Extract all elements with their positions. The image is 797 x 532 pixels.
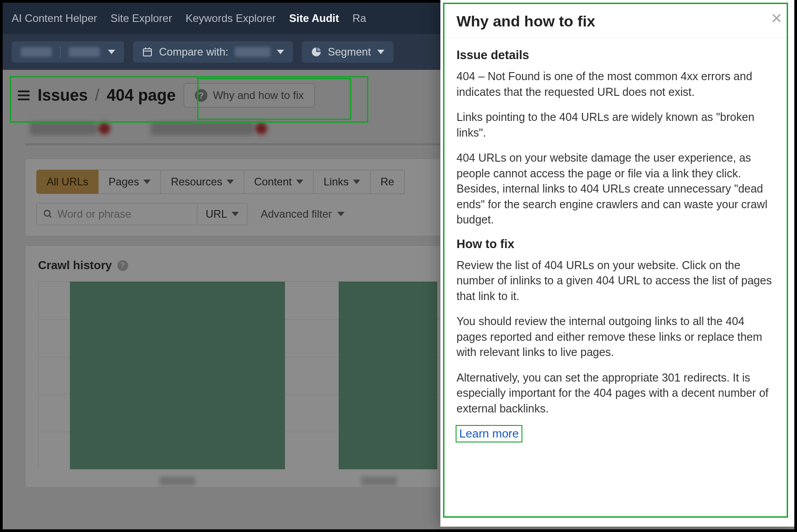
panel-paragraph: 404 – Not Found is one of the most commo…	[457, 69, 773, 99]
nav-site-explorer[interactable]: Site Explorer	[111, 12, 172, 25]
calendar-icon	[142, 47, 153, 57]
tab-item[interactable]	[30, 122, 97, 135]
filter-links[interactable]: Links	[314, 170, 370, 194]
chevron-down-icon	[232, 212, 239, 216]
chevron-down-icon	[337, 212, 345, 216]
breadcrumb-page: 404 page	[107, 86, 176, 104]
panel-title: Why and how to fix	[457, 13, 773, 30]
filter-all-urls[interactable]: All URLs	[36, 170, 99, 194]
svg-line-5	[49, 215, 52, 218]
nav-site-audit[interactable]: Site Audit	[289, 12, 339, 25]
chevron-down-icon	[227, 180, 234, 184]
panel-paragraph: Review the list of 404 URLs on your webs…	[457, 257, 773, 304]
breadcrumb-separator: /	[92, 86, 102, 104]
project-selector[interactable]	[12, 41, 124, 63]
crawl-history-title: Crawl history	[38, 258, 112, 272]
why-button-label: Why and how to fix	[213, 89, 304, 102]
svg-rect-0	[143, 49, 151, 56]
close-icon[interactable]: ✕	[771, 10, 783, 27]
panel-paragraph: Links pointing to the 404 URLs are widel…	[457, 109, 773, 140]
compare-with-label: Compare with:	[159, 46, 228, 58]
nav-truncated[interactable]: Ra	[353, 12, 366, 25]
chevron-down-icon	[143, 180, 151, 184]
filter-content[interactable]: Content	[244, 170, 314, 194]
pie-icon	[311, 47, 322, 57]
breadcrumb: Issues / 404 page	[38, 86, 176, 105]
chevron-down-icon	[353, 180, 360, 184]
search-placeholder: Word or phrase	[57, 208, 131, 220]
why-how-fix-panel: ✕ Why and how to fix Issue details 404 –…	[440, 0, 794, 527]
search-input[interactable]: Word or phrase	[36, 203, 198, 225]
why-and-how-to-fix-button[interactable]: ? Why and how to fix	[184, 83, 315, 107]
panel-paragraph: 404 URLs on your website damage the user…	[457, 150, 773, 227]
search-icon	[43, 209, 53, 219]
help-icon[interactable]: ?	[117, 260, 128, 271]
filter-pages[interactable]: Pages	[99, 170, 161, 194]
chevron-down-icon	[296, 180, 303, 184]
chevron-down-icon	[108, 50, 115, 54]
annotation-highlight	[456, 425, 522, 442]
breadcrumb-root[interactable]: Issues	[38, 86, 88, 104]
compare-with-selector[interactable]: Compare with:	[133, 41, 293, 63]
nav-keywords-explorer[interactable]: Keywords Explorer	[185, 12, 276, 25]
chevron-down-icon	[277, 50, 284, 54]
tab-item[interactable]	[151, 122, 254, 135]
advanced-filter[interactable]: Advanced filter	[256, 208, 349, 220]
help-icon: ?	[195, 89, 207, 102]
filter-resources[interactable]: Resources	[161, 170, 244, 194]
panel-paragraph: Alternatively, you can set the appropria…	[457, 370, 773, 416]
segment-selector[interactable]: Segment	[302, 41, 393, 63]
filter-truncated[interactable]: Re	[370, 170, 405, 194]
url-scope-selector[interactable]: URL	[198, 203, 247, 225]
menu-icon[interactable]	[18, 90, 30, 100]
segment-label: Segment	[328, 46, 371, 58]
chevron-down-icon	[377, 50, 384, 54]
svg-point-4	[44, 210, 50, 216]
panel-paragraph: You should review the internal outgoing …	[457, 313, 773, 360]
nav-ai-content-helper[interactable]: AI Content Helper	[12, 12, 97, 25]
issue-details-heading: Issue details	[457, 48, 773, 62]
how-to-fix-heading: How to fix	[457, 237, 773, 251]
